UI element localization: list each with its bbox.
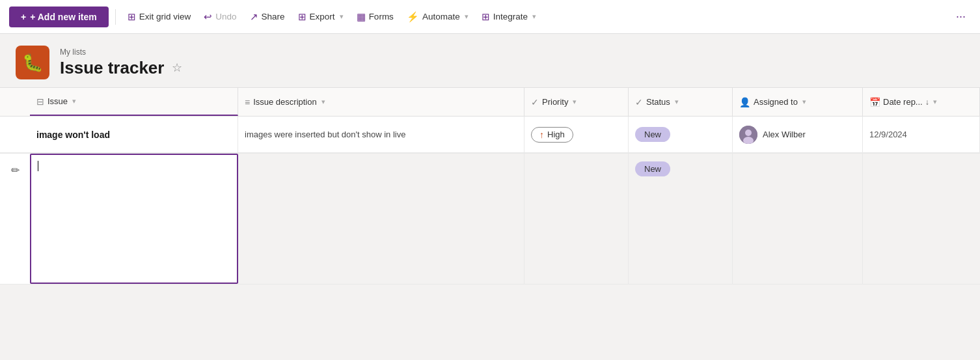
share-label: Share — [262, 12, 285, 21]
grid-icon: ⊞ — [128, 11, 136, 23]
date-chevron-icon: ▾ — [933, 98, 937, 106]
avatar-svg-1 — [739, 126, 757, 144]
assigned-name-1: Alex Wilber — [763, 130, 806, 139]
avatar-1 — [739, 126, 757, 144]
desc-chevron-icon: ▾ — [321, 98, 325, 106]
toolbar: + + Add new item ⊞ Exit grid view ↩ Undo… — [0, 0, 980, 34]
cell-priority-1[interactable]: ↑ High — [524, 117, 629, 152]
assigned-col-icon: 👤 — [739, 97, 750, 107]
toolbar-separator — [115, 9, 116, 25]
cell-date-1[interactable]: 12/9/2024 — [863, 117, 980, 152]
automate-button[interactable]: ⚡ Automate ▾ — [402, 7, 474, 27]
export-label: Export — [310, 12, 335, 21]
column-headers: ⊟ Issue ▾ ≡ Issue description ▾ ✓ Priori… — [0, 88, 980, 117]
col-header-issue[interactable]: ⊟ Issue ▾ — [30, 88, 238, 116]
breadcrumb: My lists — [60, 48, 184, 57]
status-col-icon: ✓ — [635, 97, 643, 107]
cell-issue-1[interactable]: image won't load — [30, 117, 238, 152]
exit-grid-label: Exit grid view — [139, 12, 191, 21]
forms-icon: ▦ — [357, 11, 366, 23]
share-icon: ↗ — [250, 11, 258, 23]
forms-label: Forms — [369, 12, 394, 21]
cell-status-1[interactable]: New — [629, 117, 733, 152]
bug-icon: 🐛 — [22, 53, 43, 73]
issue-value-1: image won't load — [36, 130, 110, 140]
undo-button[interactable]: ↩ Undo — [198, 7, 241, 27]
col-status-label: Status — [646, 97, 670, 107]
exit-grid-view-button[interactable]: ⊞ Exit grid view — [122, 7, 197, 27]
grid-container: ⊟ Issue ▾ ≡ Issue description ▾ ✓ Priori… — [0, 87, 980, 284]
app-icon: 🐛 — [16, 46, 49, 79]
col-desc-label: Issue description — [253, 97, 317, 107]
new-issue-input[interactable] — [30, 154, 238, 284]
priority-col-icon: ✓ — [531, 97, 539, 107]
share-button[interactable]: ↗ Share — [245, 7, 290, 27]
page-title: Issue tracker — [60, 58, 164, 78]
automate-label: Automate — [422, 12, 460, 21]
new-assigned-cell — [733, 154, 863, 284]
new-date-cell — [863, 154, 980, 284]
star-icon: ☆ — [172, 61, 182, 74]
issue-col-icon: ⊟ — [36, 96, 44, 107]
priority-value-1: High — [547, 130, 565, 139]
integrate-label: Integrate — [493, 12, 528, 21]
col-header-status[interactable]: ✓ Status ▾ — [629, 88, 733, 116]
col-issue-label: Issue — [48, 96, 68, 106]
export-icon: ⊞ — [298, 11, 306, 23]
col-header-description[interactable]: ≡ Issue description ▾ — [238, 88, 524, 116]
export-chevron-icon: ▾ — [340, 12, 344, 21]
more-icon: ··· — [956, 10, 966, 23]
add-label: + Add new item — [30, 12, 97, 22]
sort-icon: ↓ — [925, 98, 929, 107]
col-assigned-label: Assigned to — [754, 97, 798, 107]
table-row: image won't load images were inserted bu… — [0, 117, 980, 154]
favorite-button[interactable]: ☆ — [170, 59, 184, 76]
date-value-1: 12/9/2024 — [869, 130, 907, 139]
add-new-item-button[interactable]: + + Add new item — [9, 7, 109, 27]
more-options-button[interactable]: ··· — [951, 7, 971, 26]
col-date-label: Date rep... — [883, 97, 923, 107]
automate-chevron-icon: ▾ — [465, 12, 469, 21]
col-header-date[interactable]: 📅 Date rep... ↓ ▾ — [863, 88, 980, 116]
col-header-priority[interactable]: ✓ Priority ▾ — [524, 88, 629, 116]
desc-value-1: images were inserted but don't show in l… — [245, 130, 405, 139]
col-header-assigned[interactable]: 👤 Assigned to ▾ — [733, 88, 863, 116]
svg-point-1 — [745, 130, 752, 136]
desc-col-icon: ≡ — [245, 97, 250, 107]
priority-badge-1: ↑ High — [531, 127, 573, 143]
row-1: image won't load images were inserted bu… — [0, 117, 980, 153]
header-text: My lists Issue tracker ☆ — [60, 48, 184, 78]
undo-icon: ↩ — [204, 11, 212, 23]
assigned-cell-1: Alex Wilber — [739, 126, 806, 144]
date-col-icon: 📅 — [869, 97, 880, 107]
status-chevron-icon: ▾ — [675, 98, 679, 106]
export-button[interactable]: ⊞ Export ▾ — [293, 7, 349, 27]
new-status-cell: New — [629, 154, 733, 284]
assigned-chevron-icon: ▾ — [802, 98, 806, 106]
page-title-row: Issue tracker ☆ — [60, 58, 184, 78]
integrate-button[interactable]: ⊞ Integrate ▾ — [476, 7, 541, 27]
cell-assigned-1[interactable]: Alex Wilber — [733, 117, 863, 152]
integrate-icon: ⊞ — [482, 11, 490, 23]
priority-chevron-icon: ▾ — [573, 98, 577, 106]
new-desc-cell — [238, 154, 524, 284]
col-priority-label: Priority — [542, 97, 568, 107]
automate-icon: ⚡ — [407, 11, 419, 23]
new-priority-cell — [524, 154, 629, 284]
page-header: 🐛 My lists Issue tracker ☆ — [0, 34, 980, 87]
undo-label: Undo — [215, 12, 236, 21]
edit-icon: ✏ — [11, 165, 20, 176]
row-actions: ✏ — [0, 154, 30, 284]
priority-up-icon: ↑ — [539, 130, 544, 140]
status-badge-1: New — [635, 127, 670, 142]
new-status-badge: New — [635, 161, 670, 176]
edit-row-button[interactable]: ✏ — [8, 161, 22, 179]
integrate-chevron-icon: ▾ — [532, 12, 536, 21]
text-cursor — [38, 161, 38, 171]
issue-chevron-icon: ▾ — [72, 97, 76, 105]
plus-icon: + — [21, 12, 26, 22]
new-row-wrapper: ✏ New — [0, 154, 980, 284]
new-row: ✏ New — [0, 154, 980, 284]
cell-desc-1[interactable]: images were inserted but don't show in l… — [238, 117, 524, 152]
forms-button[interactable]: ▦ Forms — [351, 7, 399, 27]
